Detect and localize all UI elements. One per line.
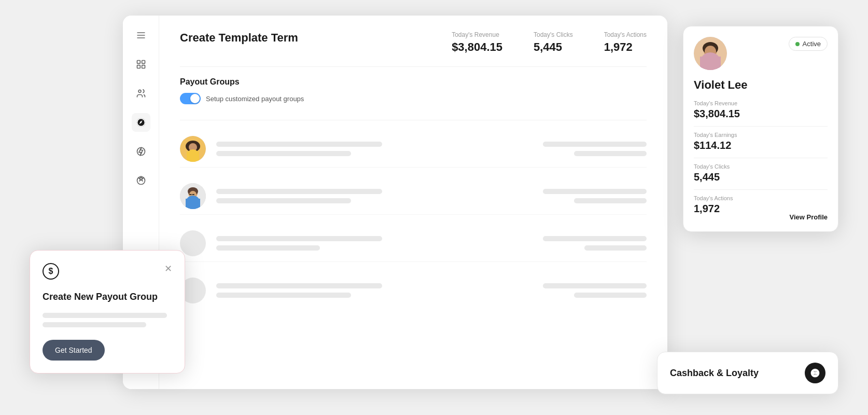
skeleton-bar bbox=[216, 283, 382, 288]
cashback-icon bbox=[805, 363, 825, 383]
profile-avatar bbox=[694, 37, 727, 70]
main-window: Create Template Term Today's Revenue $3,… bbox=[123, 16, 667, 389]
profile-clicks-stat: Today's Clicks 5,445 bbox=[694, 163, 828, 183]
list-item-right bbox=[543, 189, 647, 203]
skeleton-bar bbox=[216, 245, 320, 251]
skeleton-bar bbox=[216, 142, 382, 147]
skeleton-bar bbox=[543, 142, 647, 147]
active-label: Active bbox=[803, 40, 821, 48]
profile-earnings-stat: Today's Earnings $114.12 bbox=[694, 132, 828, 151]
svg-rect-16 bbox=[187, 151, 199, 162]
toggle-row: Setup customized payout groups bbox=[180, 93, 647, 104]
avatar bbox=[180, 183, 206, 209]
list-container bbox=[180, 131, 647, 309]
skeleton-bar bbox=[43, 313, 167, 318]
sidebar-compass-icon[interactable] bbox=[132, 113, 150, 132]
avatar-placeholder bbox=[180, 230, 206, 256]
skeleton-bar bbox=[543, 189, 647, 194]
profile-footer: Today's Actions 1,972 View Profile bbox=[694, 195, 828, 221]
profile-revenue-value: $3,804.15 bbox=[694, 108, 828, 120]
skeleton-bar bbox=[574, 293, 647, 298]
profile-revenue-label: Today's Revenue bbox=[694, 100, 828, 106]
sidebar-lightning-icon[interactable] bbox=[132, 142, 150, 161]
revenue-label: Today's Revenue bbox=[452, 31, 502, 38]
skeleton-bar bbox=[216, 189, 382, 194]
skeleton-bar bbox=[543, 283, 647, 288]
skeleton-bar bbox=[216, 198, 351, 203]
profile-name: Violet Lee bbox=[694, 78, 828, 92]
divider bbox=[694, 126, 828, 127]
profile-actions-stat: Today's Actions 1,972 bbox=[694, 195, 733, 215]
sidebar-users-icon[interactable] bbox=[132, 84, 150, 103]
page-title: Create Template Term bbox=[180, 31, 298, 45]
profile-revenue-stat: Today's Revenue $3,804.15 bbox=[694, 100, 828, 120]
skeleton-bar bbox=[216, 151, 351, 156]
modal-skeleton bbox=[43, 313, 172, 327]
profile-earnings-value: $114.12 bbox=[694, 140, 828, 151]
svg-point-7 bbox=[138, 90, 141, 92]
profile-actions-value: 1,972 bbox=[694, 203, 733, 215]
profile-card: Active Violet Lee Today's Revenue $3,804… bbox=[683, 26, 838, 232]
svg-point-17 bbox=[191, 145, 195, 149]
modal-header: $ ✕ bbox=[43, 263, 172, 283]
skeleton-bar bbox=[43, 322, 146, 327]
sidebar-menu-icon[interactable] bbox=[132, 26, 150, 45]
skeleton-bar bbox=[216, 236, 382, 241]
list-item[interactable] bbox=[180, 178, 647, 215]
payout-toggle[interactable] bbox=[180, 93, 201, 104]
list-item-right bbox=[543, 236, 647, 251]
modal-title: Create New Payout Group bbox=[43, 292, 172, 302]
svg-rect-6 bbox=[142, 65, 145, 68]
stats-row: Today's Revenue $3,804.15 Today's Clicks… bbox=[452, 31, 647, 54]
header-row: Create Template Term Today's Revenue $3,… bbox=[180, 31, 647, 54]
list-item-right bbox=[543, 283, 647, 298]
profile-earnings-label: Today's Earnings bbox=[694, 132, 828, 138]
cashback-card[interactable]: Cashback & Loyalty bbox=[657, 352, 838, 394]
profile-clicks-label: Today's Clicks bbox=[694, 163, 828, 170]
payout-groups-title: Payout Groups bbox=[180, 77, 647, 87]
revenue-value: $3,804.15 bbox=[452, 40, 502, 54]
avatar bbox=[180, 136, 206, 162]
svg-rect-5 bbox=[137, 65, 140, 68]
clicks-value: 5,445 bbox=[534, 40, 573, 54]
profile-actions-label: Today's Actions bbox=[694, 195, 733, 201]
close-icon[interactable]: ✕ bbox=[164, 263, 172, 274]
list-item-content bbox=[216, 189, 533, 203]
skeleton-bar bbox=[574, 151, 647, 156]
clicks-stat: Today's Clicks 5,445 bbox=[534, 31, 573, 54]
svg-rect-3 bbox=[137, 61, 140, 64]
active-badge: Active bbox=[789, 37, 828, 51]
skeleton-bar bbox=[574, 198, 647, 203]
skeleton-bar bbox=[543, 236, 647, 241]
main-content: Create Template Term Today's Revenue $3,… bbox=[159, 16, 667, 389]
profile-card-header: Active bbox=[694, 37, 828, 70]
actions-value: 1,972 bbox=[604, 40, 647, 54]
actions-stat: Today's Actions 1,972 bbox=[604, 31, 647, 54]
get-started-button[interactable]: Get Started bbox=[43, 340, 105, 361]
skeleton-bar bbox=[216, 293, 351, 298]
clicks-label: Today's Clicks bbox=[534, 31, 573, 38]
divider bbox=[694, 158, 828, 158]
list-item[interactable] bbox=[180, 272, 647, 309]
list-item-content bbox=[216, 142, 533, 156]
view-profile-button[interactable]: View Profile bbox=[790, 213, 828, 221]
divider bbox=[694, 189, 828, 190]
sidebar-shield-icon[interactable] bbox=[132, 171, 150, 190]
active-dot bbox=[795, 42, 800, 46]
list-item-content bbox=[216, 236, 533, 251]
list-item[interactable] bbox=[180, 131, 647, 168]
list-item-right bbox=[543, 142, 647, 156]
revenue-stat: Today's Revenue $3,804.15 bbox=[452, 31, 502, 54]
sidebar-grid-icon[interactable] bbox=[132, 55, 150, 74]
dollar-icon: $ bbox=[43, 263, 59, 283]
svg-rect-23 bbox=[192, 194, 194, 195]
svg-rect-26 bbox=[186, 199, 200, 209]
svg-rect-4 bbox=[142, 61, 145, 64]
cashback-title: Cashback & Loyalty bbox=[670, 368, 759, 379]
list-item-content bbox=[216, 283, 533, 298]
toggle-label: Setup customized payout groups bbox=[206, 95, 304, 103]
list-item[interactable] bbox=[180, 225, 647, 262]
svg-rect-22 bbox=[189, 194, 191, 195]
payout-modal: $ ✕ Create New Payout Group Get Started bbox=[30, 250, 185, 374]
skeleton-bar bbox=[584, 245, 647, 251]
